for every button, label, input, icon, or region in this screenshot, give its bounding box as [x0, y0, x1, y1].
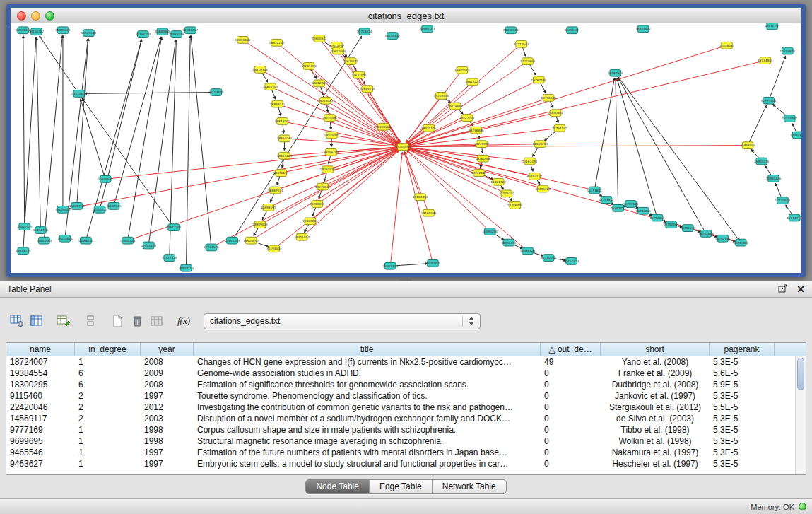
- cell-pagerank: 5.6E-5: [710, 368, 775, 379]
- cell-year: 1997: [141, 390, 194, 402]
- panel-actions: ✕: [778, 283, 805, 296]
- cell-short: Franke et al. (2009): [601, 368, 710, 379]
- graph-node-label: 15128764: [69, 204, 85, 208]
- table-row[interactable]: 946554611997Estimation of the future num…: [6, 447, 806, 458]
- graph-node-label: 17240593: [395, 145, 411, 148]
- cell-out_de: 0: [541, 447, 601, 458]
- graph-node-label: 10880905: [155, 30, 170, 33]
- graph-node-label: 11064722: [490, 180, 506, 184]
- graph-node-label: 11086444: [507, 204, 523, 207]
- column-header-title[interactable]: title: [194, 343, 541, 356]
- graph-node-label: 17933114: [179, 267, 194, 270]
- column-header-out_de[interactable]: △ out_de…: [541, 343, 601, 356]
- graph-node-label: 11548083: [719, 44, 735, 47]
- delete-column-icon[interactable]: [127, 312, 147, 330]
- graph-node-label: 17955403: [225, 239, 240, 243]
- graph-node-label: 18810344: [252, 68, 268, 71]
- graph-node-label: 10095315: [501, 241, 517, 245]
- cell-year: 2008: [141, 356, 194, 368]
- cell-in_degree: 1: [75, 447, 141, 458]
- citation-edge-black: [394, 264, 427, 266]
- column-header-year[interactable]: year: [141, 343, 194, 356]
- cell-year: 2008: [141, 379, 194, 390]
- float-panel-icon[interactable]: [778, 283, 788, 296]
- graph-node-label: 18898101: [261, 206, 276, 209]
- table-row[interactable]: 1938455462009Genome-wide association stu…: [6, 368, 806, 379]
- graph-node-label: 55723014: [357, 30, 372, 33]
- citation-edge-black: [522, 47, 526, 56]
- cell-name: 9465546: [6, 447, 75, 458]
- graph-node-label: 19184453: [413, 195, 428, 199]
- function-builder-icon[interactable]: f(x): [174, 312, 194, 330]
- graph-node-label: 20605501: [98, 177, 113, 181]
- graph-node-label: 16792689: [698, 232, 714, 235]
- tab-network-table[interactable]: Network Table: [433, 480, 506, 493]
- table-scrollbar-thumb[interactable]: [797, 358, 804, 390]
- citation-edge-black: [616, 78, 618, 204]
- minimize-window-button[interactable]: [31, 11, 40, 21]
- table-row[interactable]: 1872400712008Changes of HCN gene express…: [6, 356, 806, 368]
- graph-node-label: 19272119: [471, 171, 487, 175]
- graph-node-label: 16695103: [420, 27, 435, 30]
- network-canvas-container[interactable]: 1002334110156782103456211052210310764314…: [11, 23, 801, 273]
- table-row[interactable]: 946362711997Embryonic stem cells: a mode…: [6, 458, 806, 469]
- cell-title: Embryonic stem cells: a model to study s…: [194, 458, 541, 469]
- cell-name: 9699695: [6, 436, 75, 447]
- graph-node-label: 20510604: [71, 92, 87, 95]
- cell-short: Hescheler et al. (1997): [601, 458, 710, 469]
- show-columns-icon[interactable]: [27, 312, 47, 330]
- table-source-dropdown[interactable]: citations_edges.txt: [204, 313, 481, 329]
- graph-node-label: 19289011: [310, 202, 325, 206]
- table-scrollbar[interactable]: [795, 356, 806, 474]
- table-row[interactable]: 911546021997Tourette syndrome. Phenomeno…: [6, 390, 806, 402]
- cell-short: Tibbo et al. (1998): [601, 424, 710, 436]
- edit-table-icon[interactable]: [54, 312, 73, 330]
- graph-node-label: 18854044: [277, 136, 293, 140]
- table-row[interactable]: 2242004622012Investigating the contribut…: [6, 402, 806, 413]
- graph-node-label: 14144813: [790, 134, 801, 137]
- graph-node-label: 18850438: [235, 38, 251, 42]
- graph-node-label: 16792578: [681, 226, 696, 230]
- graph-node-label: 19205553: [434, 94, 449, 98]
- cell-year: 1997: [141, 447, 194, 458]
- row-height-icon[interactable]: [81, 312, 100, 330]
- import-table-icon[interactable]: [147, 312, 167, 330]
- column-header-filler: [775, 343, 806, 356]
- new-column-icon[interactable]: [107, 312, 127, 330]
- table-row[interactable]: 1456911722003Disruption of a novel membe…: [6, 413, 806, 424]
- tab-edge-table[interactable]: Edge Table: [370, 480, 433, 493]
- column-header-pagerank[interactable]: pagerank: [710, 343, 775, 356]
- graph-node-label: 15958004: [740, 144, 755, 147]
- zoom-window-button[interactable]: [45, 11, 54, 21]
- table-row[interactable]: 969969511998Structural magnetic resonanc…: [6, 436, 806, 447]
- graph-node-label: 81830344: [503, 28, 519, 32]
- cell-short: Nakamura et al. (1997): [601, 447, 710, 458]
- close-panel-icon[interactable]: ✕: [796, 284, 805, 294]
- table-tabs: Node TableEdge TableNetwork Table: [305, 479, 506, 494]
- network-window-titlebar[interactable]: citations_edges.txt: [11, 8, 801, 23]
- cell-out_de: 0: [541, 368, 601, 379]
- table-row[interactable]: 1830029562008Estimation of significance …: [6, 379, 806, 390]
- graph-node-label: 15167315: [106, 204, 122, 208]
- graph-node-label: 19195564: [421, 211, 437, 215]
- column-header-in_degree[interactable]: in_degree: [75, 343, 141, 356]
- column-header-name[interactable]: name: [6, 343, 75, 356]
- graph-node-label: 19812224: [465, 80, 481, 83]
- table-options-icon[interactable]: [7, 312, 27, 330]
- close-window-button[interactable]: [17, 11, 26, 21]
- citation-edge-black: [37, 37, 41, 227]
- cell-short: Wolkin et al. (1998): [601, 436, 710, 447]
- cell-in_degree: 1: [75, 436, 141, 447]
- cell-name: 14569117: [6, 413, 75, 424]
- cell-title: Disruption of a novel member of a sodium…: [194, 413, 541, 424]
- tab-node-table[interactable]: Node Table: [306, 480, 370, 493]
- citation-edge-black: [618, 78, 739, 240]
- graph-node-label: 15960226: [766, 177, 782, 180]
- graph-node-label: 19227775: [459, 116, 475, 119]
- column-header-short[interactable]: short: [601, 343, 710, 356]
- cell-out_de: 0: [541, 424, 601, 436]
- table-row[interactable]: 977716911998Corpus callosum shape and si…: [6, 424, 806, 436]
- graph-node-label: 17912302: [166, 226, 182, 229]
- citation-edge-black: [187, 36, 191, 265]
- table-panel-title: Table Panel: [7, 284, 52, 294]
